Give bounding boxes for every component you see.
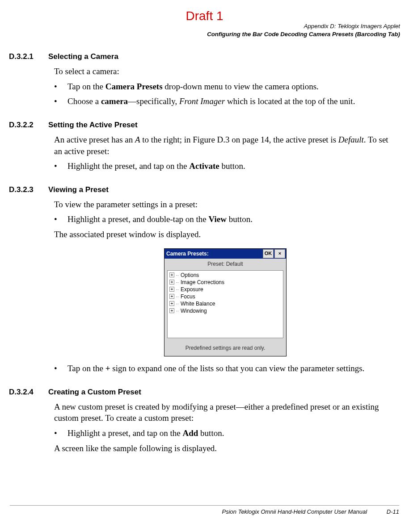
text-span: sign to expand one of the lists so that …	[110, 364, 365, 373]
bullet-marker: •	[54, 427, 67, 439]
text-span: Choose a	[67, 96, 101, 106]
heading-d3-2-3: D.3.2.3 Viewing a Preset	[9, 185, 400, 194]
text-span: which is located at the top of the unit.	[225, 96, 355, 106]
bullet-marker: •	[54, 96, 67, 107]
bullet-item: • Highlight a preset, and tap on the Add…	[54, 427, 396, 439]
bullet-item: • Tap on the + sign to expand one of the…	[54, 363, 396, 374]
header-line-1: Appendix D: Teklogix Imagers Applet	[9, 22, 400, 30]
window-title: Camera Presets:	[166, 250, 209, 257]
section-number: D.3.2.3	[9, 185, 48, 194]
bullet-text: Highlight the preset, and tap on the Act…	[67, 160, 396, 172]
text-span: to the right; in Figure D.3 on page 14, …	[140, 135, 338, 144]
page-footer: Psion Teklogix Omnii Hand-Held Computer …	[10, 505, 399, 515]
text-span: button.	[227, 214, 253, 224]
text-span: Highlight a preset, and tap on the	[67, 428, 183, 438]
text-span: drop-down menu to view the camera option…	[163, 82, 319, 91]
bullet-text: Choose a camera—specifically, Front Imag…	[67, 96, 396, 107]
paragraph: A screen like the sample following is di…	[54, 443, 396, 454]
intro-text: To select a camera:	[54, 66, 396, 77]
bullet-text: Tap on the Camera Presets drop-down menu…	[67, 81, 396, 92]
bullet-item: • Choose a camera—specifically, Front Im…	[54, 96, 396, 107]
text-span: —specifically,	[128, 96, 179, 106]
bullet-marker: •	[54, 363, 67, 374]
preset-label: Preset: Default	[164, 259, 286, 270]
expand-icon[interactable]: +	[169, 272, 174, 277]
tree-item-options[interactable]: +Options	[169, 272, 282, 279]
status-text: Predefined settings are read only.	[164, 341, 286, 356]
section-title: Selecting a Camera	[48, 52, 118, 61]
close-button[interactable]: ×	[274, 249, 285, 258]
bullet-marker: •	[54, 160, 67, 172]
section-title: Setting the Active Preset	[48, 121, 138, 130]
tree-item-focus[interactable]: +Focus	[169, 293, 282, 300]
page-number: D-11	[387, 508, 399, 515]
tree-label: Windowing	[181, 307, 207, 314]
bold-span: View	[209, 214, 227, 224]
preset-tree[interactable]: +Options +Image Corrections +Exposure +F…	[167, 270, 283, 338]
tree-item-exposure[interactable]: +Exposure	[169, 286, 282, 293]
text-span: Highlight a preset, and double-tap on th…	[67, 214, 209, 224]
tree-label: Exposure	[181, 286, 203, 293]
expand-icon[interactable]: +	[169, 280, 174, 285]
italic-span: Front Imager	[179, 96, 225, 106]
tree-item-windowing[interactable]: +Windowing	[169, 307, 282, 314]
section-title: Creating a Custom Preset	[48, 388, 141, 397]
intro-text: To view the parameter settings in a pres…	[54, 199, 396, 210]
bullet-text: Tap on the + sign to expand one of the l…	[67, 363, 396, 374]
text-span: button.	[219, 161, 245, 171]
tree-label: White Balance	[181, 300, 215, 307]
bullet-text: Highlight a preset, and tap on the Add b…	[67, 427, 396, 439]
bold-span: Activate	[189, 161, 219, 171]
expand-icon[interactable]: +	[169, 287, 174, 292]
expand-icon[interactable]: +	[169, 294, 174, 299]
italic-span: Default	[338, 135, 364, 144]
bold-span: Camera Presets	[105, 82, 163, 91]
tree-item-image-corrections[interactable]: +Image Corrections	[169, 279, 282, 286]
tree-label: Image Corrections	[181, 279, 224, 286]
heading-d3-2-1: D.3.2.1 Selecting a Camera	[9, 52, 400, 61]
ok-button[interactable]: OK	[263, 249, 274, 258]
text-span: An active preset has an	[54, 135, 135, 144]
expand-icon[interactable]: +	[169, 308, 174, 313]
bullet-item: • Highlight the preset, and tap on the A…	[54, 160, 396, 172]
header-line-2: Configuring the Bar Code Decoding Camera…	[9, 30, 400, 38]
bullet-item: • Tap on the Camera Presets drop-down me…	[54, 81, 396, 92]
section-number: D.3.2.2	[9, 121, 48, 130]
section-title: Viewing a Preset	[48, 185, 109, 194]
text-span: button.	[198, 428, 224, 438]
section-number: D.3.2.1	[9, 52, 48, 61]
tree-label: Focus	[181, 293, 195, 300]
window-titlebar: Camera Presets: OK ×	[164, 249, 286, 259]
text-span: Tap on the	[67, 82, 105, 91]
camera-presets-window: Camera Presets: OK × Preset: Default +Op…	[164, 248, 287, 356]
footer-text: Psion Teklogix Omnii Hand-Held Computer …	[222, 508, 367, 515]
running-header: Appendix D: Teklogix Imagers Applet Conf…	[9, 22, 400, 39]
bold-span: camera	[101, 96, 128, 106]
bullet-text: Highlight a preset, and double-tap on th…	[67, 214, 396, 225]
tree-label: Options	[181, 272, 199, 279]
bullet-item: • Highlight a preset, and double-tap on …	[54, 214, 396, 225]
text-span: Tap on the	[67, 364, 105, 373]
bold-span: +	[105, 364, 110, 373]
paragraph: An active preset has an A to the right; …	[54, 134, 396, 157]
section-number: D.3.2.4	[9, 388, 48, 397]
italic-span: A	[135, 135, 140, 144]
draft-watermark: Draft 1	[9, 9, 400, 23]
tree-item-white-balance[interactable]: +White Balance	[169, 300, 282, 307]
embedded-screenshot: Camera Presets: OK × Preset: Default +Op…	[54, 248, 396, 356]
paragraph: The associated preset window is displaye…	[54, 229, 396, 240]
text-span: Highlight the preset, and tap on the	[67, 161, 189, 171]
paragraph: A new custom preset is created by modify…	[54, 401, 396, 424]
bullet-marker: •	[54, 214, 67, 225]
heading-d3-2-2: D.3.2.2 Setting the Active Preset	[9, 121, 400, 130]
bold-span: Add	[183, 428, 198, 438]
bullet-marker: •	[54, 81, 67, 92]
expand-icon[interactable]: +	[169, 301, 174, 306]
heading-d3-2-4: D.3.2.4 Creating a Custom Preset	[9, 388, 400, 397]
